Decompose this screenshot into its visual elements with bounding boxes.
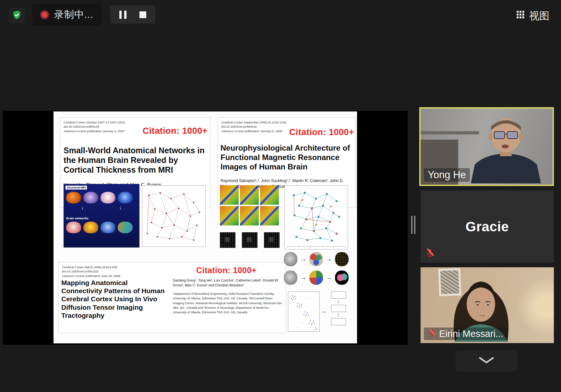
network-graph-image-1: [142, 185, 206, 247]
journal-line: doi:10.1093/cercor/bhl149: [64, 124, 125, 129]
flowchart-box: [331, 305, 346, 312]
matrix-image: [242, 232, 257, 248]
brain-image: [101, 222, 115, 233]
paper-affiliations-3: ¹Department of Biomedical Engineering, 1…: [173, 292, 283, 315]
muted-mic-icon: [428, 329, 436, 339]
shared-screen-area: Cerebral Cortex October 2007;17:2407-241…: [3, 111, 408, 345]
citation-badge-2: Citation: 1000+: [289, 127, 354, 137]
analysis-flowchart: [329, 292, 348, 331]
journal-line: Cerebral Cortex September 2005;15:1332-1…: [221, 120, 286, 124]
view-label: 视图: [529, 9, 549, 23]
pause-recording-button[interactable]: [119, 11, 126, 19]
adjacency-matrix-images: [220, 232, 280, 248]
figure-label-brain-networks: Brain networks: [66, 216, 89, 220]
down-arrows: ↓↓: [64, 205, 139, 210]
paper-title-2: Neurophysiological Architecture of Funct…: [221, 144, 352, 171]
recording-label: 录制中...: [54, 8, 93, 21]
paper-title-1: Small-World Anatomical Networks in the H…: [64, 145, 207, 175]
security-button[interactable]: [9, 8, 25, 23]
paper-authors-3: Gaolang Gong¹, Yong He², Luis Concha¹, C…: [173, 278, 283, 288]
panel-resize-handle[interactable]: [411, 216, 415, 234]
brain-image: [66, 192, 81, 203]
collapse-participants-button[interactable]: [456, 350, 517, 372]
paper-title-3: Mapping Anatomical Connectivity Patterns…: [61, 279, 170, 319]
right-arrow-icon: →: [321, 308, 327, 315]
heatmap-image: [220, 206, 239, 225]
participant-name: Eirini Messari...: [439, 329, 503, 339]
participant-name: Yong He: [428, 169, 466, 181]
heatmap-image: [220, 185, 239, 205]
heatmap-image: [240, 185, 259, 205]
journal-info-1: Cerebral Cortex October 2007;17:2407-241…: [64, 120, 125, 133]
meeting-window: 录制中... 视图 Cerebral Cortex October 2007;1…: [0, 0, 561, 392]
brain-thumbnails-bottom: [66, 222, 133, 233]
journal-info-3: Cerebral Cortex March 2009;19:524-536 do…: [62, 265, 121, 278]
citation-badge-1: Citation: 1000+: [143, 126, 208, 136]
shield-check-icon: [12, 10, 22, 21]
chevron-down-icon: [478, 357, 495, 365]
correlation-matrix-heatmaps: [220, 185, 279, 225]
brain-image: [335, 271, 349, 285]
matrix-image: [220, 232, 235, 248]
journal-line: doi:10.1093/cercor/bhi016: [221, 124, 286, 129]
flowchart-connector: [338, 314, 339, 317]
right-arrow-icon: →: [326, 256, 332, 263]
journal-line: Cerebral Cortex March 2009;19:524-536: [62, 265, 121, 269]
citation-badge-3: Citation: 1000+: [196, 266, 257, 275]
journal-line: Advance Access publication June 20, 2008: [62, 274, 121, 278]
recording-buttons: [110, 6, 155, 24]
pipeline-row: → →: [284, 271, 349, 285]
brain-image: [284, 252, 297, 266]
right-arrow-icon: →: [300, 256, 306, 263]
dti-pipeline-images: → → → →: [284, 252, 349, 289]
flowchart-connector: [338, 300, 339, 303]
brain-pipeline-image: Structural MRI ↓↓ Brain networks: [64, 184, 139, 248]
right-arrow-icon: →: [300, 274, 306, 281]
heatmap-image: [240, 206, 259, 225]
participant-tile-yong-he[interactable]: Yong He: [419, 107, 554, 186]
presentation-slide: Cerebral Cortex October 2007;17:2407-241…: [54, 111, 357, 343]
brain-image: [284, 271, 297, 285]
figure-label-structural-mri: Structural MRI: [66, 186, 87, 190]
brain-image: [309, 252, 323, 266]
journal-line: doi:10.1093/cercor/bhn102: [62, 269, 121, 273]
journal-line: Cerebral Cortex October 2007;17:2407-241…: [64, 120, 125, 124]
journal-line: Advance Access publication January 5, 20…: [221, 129, 286, 133]
participant-name: Gracie: [466, 219, 509, 235]
brain-image: [335, 252, 349, 266]
recording-status: 录制中...: [32, 4, 101, 25]
right-arrow-icon: →: [326, 274, 332, 281]
journal-info-2: Cerebral Cortex September 2005;15:1332-1…: [221, 120, 286, 133]
figure-structural-mri-networks: Structural MRI ↓↓ Brain networks: [64, 184, 205, 248]
flowchart-box: [331, 318, 346, 325]
recording-controls: 录制中...: [32, 4, 155, 25]
journal-line: Advance Access publication January 4, 20…: [64, 129, 125, 133]
brain-image: [118, 222, 133, 233]
participant-video: [464, 115, 549, 185]
brain-image: [101, 192, 115, 203]
stop-recording-button[interactable]: [139, 11, 146, 18]
grid-icon: [516, 10, 525, 22]
view-button[interactable]: 视图: [516, 9, 549, 23]
connectivity-matrix-plot: [288, 292, 320, 332]
participant-tile-eirini[interactable]: Eirini Messari...: [421, 267, 554, 343]
brain-image: [83, 192, 98, 203]
network-graph-image-2: [284, 185, 348, 249]
brain-image: [309, 271, 323, 285]
matrix-image: [264, 232, 280, 248]
muted-mic-icon: [425, 248, 435, 259]
pipeline-row: → →: [284, 252, 349, 266]
paper-panel-3: Cerebral Cortex March 2009;19:524-536 do…: [58, 262, 286, 333]
heatmap-image: [260, 206, 279, 225]
flowchart-box: [331, 292, 346, 299]
participant-name-label: Yong He: [424, 168, 470, 182]
heatmap-image: [260, 185, 279, 205]
brain-image: [66, 222, 81, 233]
brain-image: [83, 222, 98, 233]
participant-name-label: Eirini Messari...: [424, 328, 507, 340]
participant-tile-gracie[interactable]: Gracie: [421, 190, 554, 263]
brain-image: [118, 192, 133, 203]
brain-thumbnails-top: [66, 192, 133, 203]
record-dot-icon: [40, 10, 49, 19]
